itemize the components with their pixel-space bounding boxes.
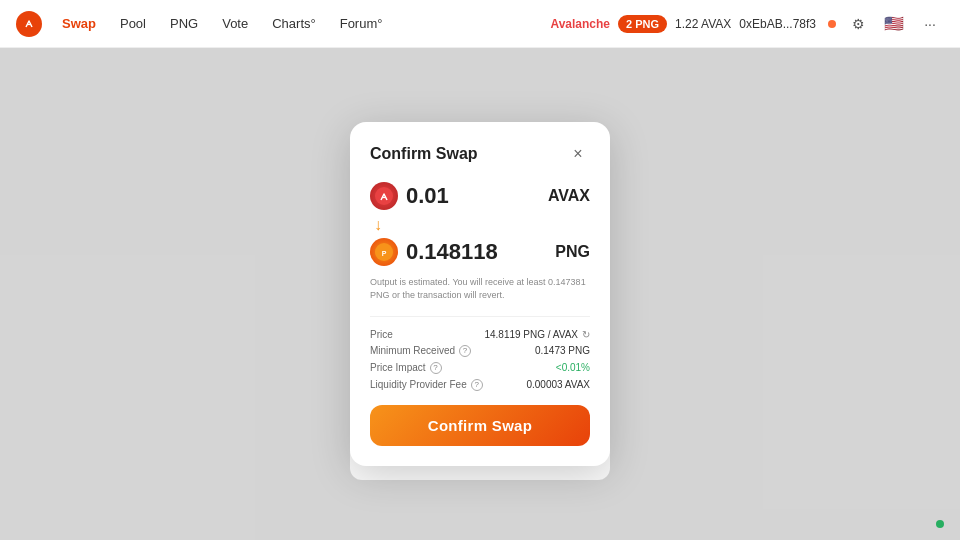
to-symbol: PNG	[555, 243, 590, 261]
wallet-address[interactable]: 0xEbAB...78f3	[739, 17, 816, 31]
modal-title: Confirm Swap	[370, 145, 478, 163]
more-button[interactable]: ···	[916, 10, 944, 38]
avax-balance: 1.22 AVAX	[675, 17, 731, 31]
min-received-detail-row: Minimum Received ? 0.1473 PNG	[370, 345, 590, 357]
nav-links: Swap Pool PNG Vote Charts° Forum°	[52, 10, 550, 37]
background-overlay: Minimum Received ? 0.1473 PNG Price Impa…	[0, 48, 960, 540]
network-badge[interactable]: Avalanche	[550, 17, 610, 31]
navbar: Swap Pool PNG Vote Charts° Forum° Avalan…	[0, 0, 960, 48]
price-value: 14.8119 PNG / AVAX	[484, 329, 578, 340]
wallet-status-dot	[828, 20, 836, 28]
language-button[interactable]: 🇺🇸	[880, 10, 908, 38]
min-received-label: Minimum Received ?	[370, 345, 471, 357]
liquidity-fee-detail-row: Liquidity Provider Fee ? 0.00003 AVAX	[370, 379, 590, 391]
from-token-left: 0.01	[370, 182, 449, 210]
nav-charts[interactable]: Charts°	[262, 10, 326, 37]
confirm-swap-modal: Confirm Swap × 0.01 AVAX ↓	[350, 122, 610, 465]
price-impact-detail-row: Price Impact ? <0.01%	[370, 362, 590, 374]
nav-swap[interactable]: Swap	[52, 10, 106, 37]
swap-arrow-row: ↓	[370, 216, 590, 234]
to-token-row: P 0.148118 PNG	[370, 238, 590, 266]
price-detail-row: Price 14.8119 PNG / AVAX ↻	[370, 329, 590, 340]
from-token-row: 0.01 AVAX	[370, 182, 590, 210]
liquidity-fee-value: 0.00003 AVAX	[526, 379, 590, 390]
confirm-swap-button[interactable]: Confirm Swap	[370, 405, 590, 446]
nav-right: Avalanche 2 PNG 1.22 AVAX 0xEbAB...78f3 …	[550, 10, 944, 38]
status-dot	[936, 520, 944, 528]
png-icon: P	[370, 238, 398, 266]
modal-close-button[interactable]: ×	[566, 142, 590, 166]
liquidity-fee-label: Liquidity Provider Fee ?	[370, 379, 483, 391]
nav-png[interactable]: PNG	[160, 10, 208, 37]
details-section: Price 14.8119 PNG / AVAX ↻ Minimum Recei…	[370, 316, 590, 391]
svg-point-1	[375, 187, 393, 205]
nav-pool[interactable]: Pool	[110, 10, 156, 37]
logo[interactable]	[16, 11, 42, 37]
liquidity-fee-info-icon[interactable]: ?	[471, 379, 483, 391]
avax-icon	[370, 182, 398, 210]
price-value-row: 14.8119 PNG / AVAX ↻	[484, 329, 590, 340]
price-label: Price	[370, 329, 393, 340]
price-impact-label: Price Impact ?	[370, 362, 442, 374]
nav-vote[interactable]: Vote	[212, 10, 258, 37]
to-token-left: P 0.148118	[370, 238, 498, 266]
min-received-value: 0.1473 PNG	[535, 345, 590, 356]
svg-text:P: P	[382, 250, 387, 257]
to-amount: 0.148118	[406, 239, 498, 265]
price-impact-info-icon[interactable]: ?	[430, 362, 442, 374]
output-note: Output is estimated. You will receive at…	[370, 276, 590, 301]
png-badge[interactable]: 2 PNG	[618, 15, 667, 33]
swap-arrow-icon: ↓	[374, 216, 382, 234]
price-refresh-icon[interactable]: ↻	[582, 329, 590, 340]
from-amount: 0.01	[406, 183, 449, 209]
modal-header: Confirm Swap ×	[370, 142, 590, 166]
nav-forum[interactable]: Forum°	[330, 10, 393, 37]
settings-button[interactable]: ⚙	[844, 10, 872, 38]
price-impact-value: <0.01%	[556, 362, 590, 373]
min-received-info-icon[interactable]: ?	[459, 345, 471, 357]
from-symbol: AVAX	[548, 187, 590, 205]
